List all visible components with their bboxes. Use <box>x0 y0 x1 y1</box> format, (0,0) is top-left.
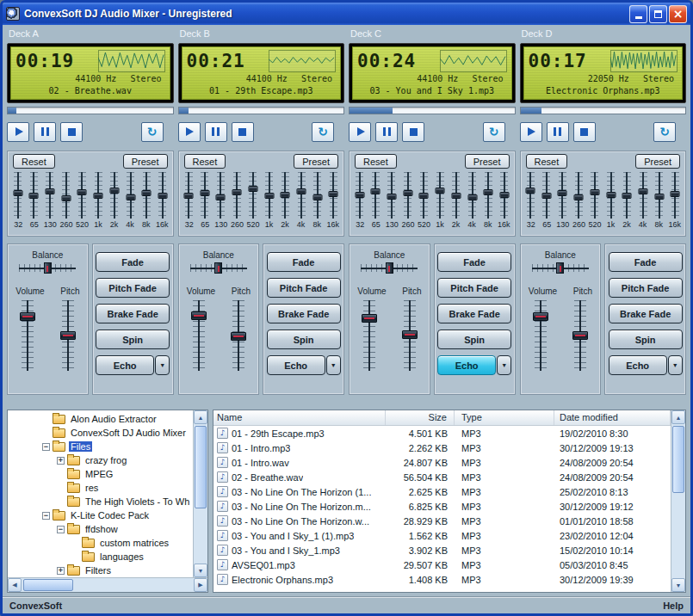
eq-slider-handle[interactable] <box>126 194 135 200</box>
eq-slider-520[interactable] <box>77 172 88 219</box>
balance-slider[interactable] <box>190 262 247 274</box>
file-row[interactable]: ♪03 - No Line On The Horizon (1...2.625 … <box>213 484 671 499</box>
eq-slider-16k[interactable] <box>157 172 168 219</box>
stop-button[interactable] <box>60 122 83 142</box>
eq-slider-handle[interactable] <box>654 194 664 200</box>
pitch-slider[interactable] <box>230 300 247 371</box>
eq-slider-520[interactable] <box>247 172 258 219</box>
eq-slider-handle[interactable] <box>467 194 477 200</box>
fx-pitch-fade-button[interactable]: Pitch Fade <box>96 278 170 298</box>
pitch-slider[interactable] <box>401 300 418 371</box>
expand-icon[interactable]: + <box>57 567 65 575</box>
tree-item-languages[interactable]: languages <box>8 550 193 564</box>
echo-dropdown-button[interactable]: ▼ <box>326 355 341 375</box>
volume-slider[interactable] <box>190 300 207 371</box>
play-button[interactable] <box>520 122 542 142</box>
seek-bar[interactable] <box>7 107 174 114</box>
eq-slider-8k[interactable] <box>312 172 323 219</box>
fx-brake-fade-button[interactable]: Brake Fade <box>609 304 683 323</box>
eq-slider-handle[interactable] <box>184 193 194 199</box>
collapse-icon[interactable]: − <box>42 512 50 520</box>
eq-slider-260[interactable] <box>573 172 585 219</box>
tree-item-ffdshow[interactable]: −ffdshow <box>8 522 193 536</box>
file-row[interactable]: ♪03 - You and I Sky_1 (1).mp31.562 KBMP3… <box>213 528 671 543</box>
eq-slider-handle[interactable] <box>45 188 54 194</box>
tree-item-res[interactable]: res <box>8 481 193 495</box>
scrollbar-track[interactable] <box>671 424 685 578</box>
eq-slider-4k[interactable] <box>296 172 307 219</box>
tree-item-mpeg[interactable]: MPEG <box>8 467 193 481</box>
pitch-handle[interactable] <box>231 332 246 341</box>
eq-slider-handle[interactable] <box>61 195 71 201</box>
balance-handle[interactable] <box>556 262 564 274</box>
scrollbar-thumb[interactable] <box>195 426 207 508</box>
eq-slider-260[interactable] <box>402 172 413 219</box>
eq-slider-65[interactable] <box>370 172 381 219</box>
collapse-icon[interactable]: − <box>42 443 50 451</box>
eq-slider-handle[interactable] <box>436 188 445 194</box>
column-header-type[interactable]: Type <box>455 410 554 425</box>
tree-item-files[interactable]: −Files <box>8 440 193 453</box>
eq-slider-2k[interactable] <box>450 172 461 219</box>
eq-slider-handle[interactable] <box>419 193 429 199</box>
scroll-right-icon[interactable]: ▶ <box>194 578 207 592</box>
eq-slider-handle[interactable] <box>355 192 364 198</box>
seek-bar[interactable] <box>520 107 687 114</box>
scrollbar-track[interactable] <box>194 424 207 564</box>
eq-slider-520[interactable] <box>418 172 430 219</box>
close-button[interactable]: × <box>669 5 687 23</box>
fx-spin-button[interactable]: Spin <box>437 330 511 349</box>
pitch-slider[interactable] <box>572 300 589 371</box>
collapse-icon[interactable]: − <box>57 526 65 533</box>
echo-dropdown-button[interactable]: ▼ <box>668 355 683 375</box>
minimize-button[interactable] <box>629 5 647 23</box>
file-row[interactable]: ♪02 - Breathe.wav56.504 KBMP324/08/2009 … <box>213 470 671 484</box>
loop-button[interactable]: ↻ <box>141 122 164 142</box>
stop-button[interactable] <box>232 122 254 142</box>
eq-slider-handle[interactable] <box>297 188 306 194</box>
tree-vscrollbar[interactable]: ▲ ▼ <box>193 410 207 577</box>
eq-slider-handle[interactable] <box>281 192 290 198</box>
eq-slider-handle[interactable] <box>142 190 152 196</box>
scroll-down-icon[interactable]: ▼ <box>194 564 207 577</box>
eq-reset-button[interactable]: Reset <box>526 154 568 169</box>
tree-hscrollbar[interactable]: ◀ ▶ <box>8 577 207 592</box>
tree-item-convexsoft-dj-audio-mixer[interactable]: ConvexSoft DJ Audio Mixer <box>8 426 193 440</box>
eq-slider-handle[interactable] <box>29 193 39 199</box>
fx-pitch-fade-button[interactable]: Pitch Fade <box>609 278 683 298</box>
pause-button[interactable] <box>34 122 56 142</box>
eq-slider-32[interactable] <box>12 172 23 219</box>
eq-slider-2k[interactable] <box>280 172 291 219</box>
stop-button[interactable] <box>573 122 596 142</box>
fx-fade-button[interactable]: Fade <box>437 252 511 272</box>
eq-slider-8k[interactable] <box>141 172 152 219</box>
fx-echo-button[interactable]: Echo <box>96 355 154 375</box>
eq-slider-handle[interactable] <box>371 188 381 194</box>
eq-slider-1k[interactable] <box>605 172 616 219</box>
eq-slider-16k[interactable] <box>328 172 339 219</box>
file-row[interactable]: ♪Electronic Orphans.mp31.408 KBMP330/12/… <box>213 572 671 587</box>
eq-slider-520[interactable] <box>589 172 600 219</box>
seek-bar[interactable] <box>178 107 345 114</box>
loop-button[interactable]: ↻ <box>483 122 505 142</box>
balance-slider[interactable] <box>19 262 76 274</box>
eq-slider-handle[interactable] <box>158 193 167 199</box>
eq-slider-handle[interactable] <box>232 189 242 195</box>
list-vscrollbar[interactable]: ▲ ▼ <box>671 410 685 592</box>
eq-slider-handle[interactable] <box>312 194 322 200</box>
balance-handle[interactable] <box>386 262 393 274</box>
play-button[interactable] <box>349 122 371 142</box>
eq-slider-130[interactable] <box>386 172 397 219</box>
help-link[interactable]: Help <box>663 601 684 611</box>
tree-item-the-high-violets---to-wh[interactable]: The High Violets - To Wh <box>8 495 193 508</box>
eq-slider-130[interactable] <box>557 172 568 219</box>
eq-slider-handle[interactable] <box>671 191 680 197</box>
eq-slider-handle[interactable] <box>109 188 119 194</box>
volume-handle[interactable] <box>20 312 35 321</box>
scrollbar-track[interactable] <box>22 578 194 592</box>
eq-slider-handle[interactable] <box>558 190 567 196</box>
eq-slider-1k[interactable] <box>93 172 104 219</box>
maximize-button[interactable] <box>649 5 667 23</box>
fx-spin-button[interactable]: Spin <box>267 330 341 349</box>
scroll-up-icon[interactable]: ▲ <box>671 410 685 424</box>
